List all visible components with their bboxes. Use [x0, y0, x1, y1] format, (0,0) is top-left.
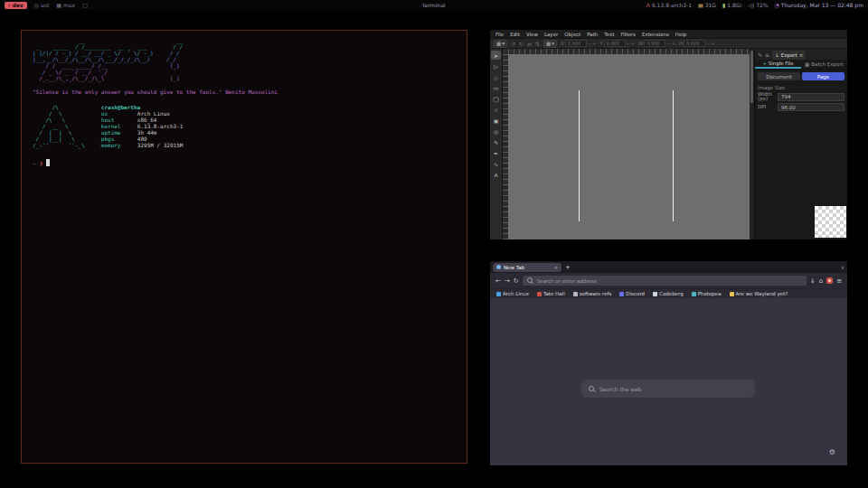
- back-button[interactable]: ←: [495, 277, 501, 285]
- rotate-ccw-icon[interactable]: ↺: [511, 41, 515, 47]
- menu-extensions[interactable]: Extensions: [642, 32, 669, 37]
- workspace-ust[interactable]: ◎ ust: [34, 2, 50, 8]
- bookmark-are-we-wayland-yet[interactable]: Are we Wayland yet?: [730, 291, 788, 296]
- bookmark-photopea[interactable]: Photopea: [692, 291, 722, 296]
- bookmark-arch-linux[interactable]: Arch Linux: [496, 291, 529, 296]
- home-button[interactable]: ⌂: [819, 277, 823, 285]
- box3d-tool[interactable]: ▣: [491, 116, 501, 125]
- fetch-label: memory: [101, 142, 137, 148]
- scrollbar-thumb[interactable]: [750, 51, 753, 103]
- volume-module[interactable]: ◁) 72%: [748, 2, 768, 8]
- new-tab-page: ⚙: [490, 298, 847, 465]
- x-label: X: [561, 41, 564, 46]
- menu-edit[interactable]: Edit: [510, 32, 520, 37]
- close-icon[interactable]: ×: [799, 52, 804, 58]
- export-width-input[interactable]: 794: [778, 93, 844, 101]
- flip-horizontal-icon[interactable]: ⇄: [527, 41, 532, 47]
- bookmark-label: Discord: [626, 291, 645, 296]
- flip-vertical-icon[interactable]: ⇅: [535, 41, 540, 47]
- y-input[interactable]: 0.000: [604, 40, 626, 47]
- fetch-value: x86_64: [137, 117, 157, 123]
- pen-tool[interactable]: ✒: [491, 148, 501, 157]
- bookmark-discord[interactable]: Discord: [619, 291, 645, 296]
- tab-single-file[interactable]: + Single File: [755, 60, 801, 69]
- select-tool[interactable]: ➤: [491, 51, 501, 60]
- h-input[interactable]: 0.000: [684, 40, 705, 47]
- x-input[interactable]: 0.000: [565, 40, 587, 47]
- w-input[interactable]: 0.000: [644, 40, 665, 47]
- document-button[interactable]: Document: [758, 72, 800, 80]
- menu-button[interactable]: ≡: [836, 277, 842, 285]
- snap-dropdown[interactable]: ▦ ▾: [543, 40, 557, 48]
- workspace-mux[interactable]: ▦ mux: [56, 2, 75, 8]
- rotate-cw-icon[interactable]: ↻: [519, 41, 524, 47]
- fetch-value: 3295M / 32015M: [137, 142, 184, 148]
- plus-icon[interactable]: +: [592, 41, 596, 46]
- bookmark-folder-software-refs[interactable]: software refs: [573, 291, 612, 296]
- terminal-window[interactable]: __ __ _ _____ / /________ __ _ ___ / / |…: [21, 30, 467, 464]
- bookmark-codeberg[interactable]: Codeberg: [653, 291, 684, 296]
- pencil-tool[interactable]: ✎: [491, 137, 501, 146]
- bookmark-favicon: [692, 292, 696, 296]
- calligraphy-tool[interactable]: ∿: [491, 159, 501, 168]
- url-input[interactable]: [537, 278, 802, 284]
- forward-button[interactable]: →: [505, 277, 510, 285]
- minus-icon[interactable]: −: [588, 41, 591, 46]
- list-tabs-chevron-icon[interactable]: ∨: [841, 265, 844, 270]
- page-button[interactable]: Page: [802, 72, 844, 80]
- menu-object[interactable]: Object: [564, 32, 580, 37]
- export-scope-buttons: Document Page: [755, 70, 847, 83]
- workspace-dev[interactable]: › dev: [5, 2, 27, 9]
- export-dialog-tab[interactable]: ↓ Export ×: [772, 51, 806, 60]
- bookmark-favicon: [496, 292, 501, 296]
- active-tab[interactable]: New Tab ×: [493, 263, 561, 272]
- bookmark-favicon: [537, 292, 542, 296]
- url-bar[interactable]: [523, 276, 807, 286]
- text-tool[interactable]: A: [491, 170, 501, 179]
- minus-icon[interactable]: −: [706, 41, 710, 46]
- star-tool[interactable]: ☆: [491, 105, 501, 114]
- menu-text[interactable]: Text: [604, 32, 614, 37]
- node-tool[interactable]: ▷: [491, 61, 501, 70]
- inkscape-window[interactable]: File Edit View Layer Object Path Text Fi…: [490, 30, 847, 239]
- browser-window[interactable]: New Tab × + ∨ ← → ↻ ↓ ⌂ ≡ Arch Linux Tat…: [490, 261, 847, 465]
- downloads-button[interactable]: ↓: [810, 277, 816, 285]
- edit-dialog-icon[interactable]: ✎: [758, 52, 762, 60]
- reload-button[interactable]: ↻: [514, 277, 519, 285]
- browser-navbar: ← → ↻ ↓ ⌂ ≡: [490, 273, 847, 288]
- newtab-search-input[interactable]: [599, 386, 748, 392]
- spiral-tool[interactable]: ◎: [491, 127, 501, 136]
- rectangle-tool[interactable]: ▭: [491, 83, 501, 92]
- menu-path[interactable]: Path: [587, 32, 598, 37]
- newtab-search-box[interactable]: [581, 380, 755, 398]
- workspace-list: › dev ◎ ust ▦ mux □: [5, 2, 88, 9]
- menu-help[interactable]: Help: [675, 32, 687, 37]
- minus-icon[interactable]: −: [627, 41, 630, 46]
- bookmark-tate-hall[interactable]: Tate Hall: [537, 291, 565, 296]
- shell-prompt[interactable]: ~ ❯: [33, 159, 456, 166]
- grid-icon: ▦: [496, 41, 501, 46]
- plus-icon[interactable]: +: [711, 41, 714, 46]
- shape-builder-tool[interactable]: ◇: [491, 72, 501, 81]
- menu-file[interactable]: File: [495, 32, 504, 37]
- menu-view[interactable]: View: [526, 32, 538, 37]
- y-coordinate-field: Y 0.000 − +: [599, 40, 635, 47]
- plus-icon[interactable]: +: [672, 41, 675, 46]
- plus-icon[interactable]: +: [631, 41, 635, 46]
- newtab-settings-gear-icon[interactable]: ⚙: [829, 448, 835, 456]
- ellipse-tool[interactable]: ◯: [491, 94, 501, 103]
- selection-mode-dropdown[interactable]: ▦ ▾: [494, 40, 507, 48]
- workspace-empty[interactable]: □: [82, 2, 88, 8]
- new-tab-button[interactable]: +: [565, 264, 571, 271]
- minus-icon[interactable]: −: [666, 41, 670, 46]
- menu-layer[interactable]: Layer: [544, 32, 558, 37]
- image-size-heading: Image Size: [755, 83, 847, 91]
- menu-filters[interactable]: Filters: [620, 32, 636, 37]
- bookmark-label: Are we Wayland yet?: [736, 291, 788, 296]
- inkscape-canvas[interactable]: [503, 49, 750, 239]
- export-dpi-input[interactable]: 96.00: [778, 103, 844, 111]
- list-dialog-icon[interactable]: ≡: [765, 52, 769, 60]
- tab-batch-export[interactable]: ▦ Batch Export: [801, 60, 847, 69]
- close-tab-icon[interactable]: ×: [553, 265, 558, 270]
- adblock-extension-icon[interactable]: [826, 277, 833, 284]
